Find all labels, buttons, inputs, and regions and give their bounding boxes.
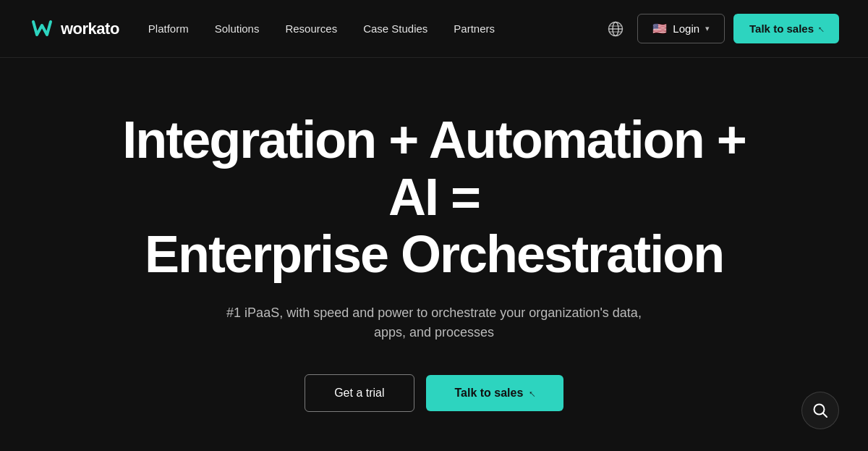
nav-talk-sales-label: Talk to sales bbox=[749, 22, 814, 35]
hero-headline: Integration + Automation + AI = Enterpri… bbox=[109, 111, 760, 284]
logo-link[interactable]: workato bbox=[29, 16, 119, 42]
hero-section: Integration + Automation + AI = Enterpri… bbox=[0, 58, 868, 451]
nav-arrow-icon: ↑ bbox=[814, 22, 826, 34]
hero-headline-line1: Integration + Automation + AI = bbox=[122, 111, 745, 226]
globe-button[interactable] bbox=[603, 16, 629, 42]
logo-icon bbox=[29, 16, 55, 42]
hero-talk-sales-button[interactable]: Talk to sales ↑ bbox=[426, 375, 563, 411]
nav-right: 🇺🇸 Login ▾ Talk to sales ↑ bbox=[603, 14, 839, 43]
hero-arrow-icon: ↑ bbox=[525, 387, 537, 400]
svg-line-6 bbox=[823, 413, 827, 418]
get-trial-button[interactable]: Get a trial bbox=[305, 374, 414, 412]
hero-cta-row: Get a trial Talk to sales ↑ bbox=[305, 374, 563, 412]
hero-talk-sales-label: Talk to sales bbox=[455, 387, 524, 400]
navbar: workato Platform Solutions Resources Cas… bbox=[0, 0, 868, 58]
nav-links: Platform Solutions Resources Case Studie… bbox=[148, 22, 603, 35]
hero-subheadline: #1 iPaaS, with speed and power to orches… bbox=[210, 303, 658, 342]
nav-link-case-studies[interactable]: Case Studies bbox=[363, 22, 427, 35]
nav-link-solutions[interactable]: Solutions bbox=[215, 22, 260, 35]
search-icon bbox=[812, 402, 829, 419]
nav-link-partners[interactable]: Partners bbox=[454, 22, 495, 35]
search-bubble-button[interactable] bbox=[801, 392, 839, 429]
login-button[interactable]: 🇺🇸 Login ▾ bbox=[637, 14, 725, 43]
flag-icon: 🇺🇸 bbox=[652, 22, 667, 35]
nav-link-resources[interactable]: Resources bbox=[285, 22, 337, 35]
hero-headline-line2: Enterprise Orchestration bbox=[145, 225, 723, 283]
globe-icon bbox=[608, 21, 624, 37]
nav-link-platform[interactable]: Platform bbox=[148, 22, 189, 35]
chevron-down-icon: ▾ bbox=[705, 24, 710, 33]
logo-text: workato bbox=[61, 20, 119, 38]
login-label: Login bbox=[673, 22, 699, 35]
nav-talk-sales-button[interactable]: Talk to sales ↑ bbox=[733, 14, 839, 43]
